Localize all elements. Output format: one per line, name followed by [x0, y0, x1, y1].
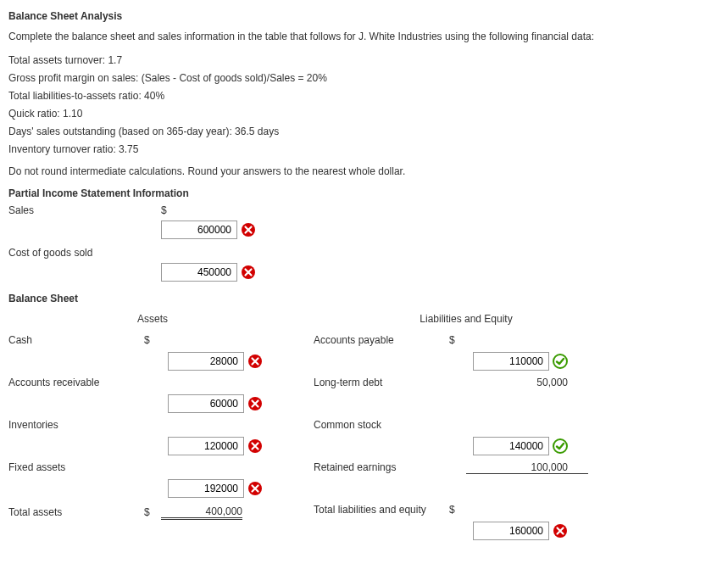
intro-text: Complete the balance sheet and sales inf…: [8, 29, 720, 44]
data-line: Quick ratio: 1.10: [8, 106, 720, 121]
data-line: Days' sales outstanding (based on 365-da…: [8, 124, 720, 139]
total-assets-label: Total assets: [8, 506, 144, 518]
rounding-note: Do not round intermediate calculations. …: [8, 164, 720, 179]
ltd-label: Long-term debt: [314, 377, 449, 388]
financial-data-list: Total assets turnover: 1.7 Gross profit …: [8, 53, 720, 157]
data-line: Inventory turnover ratio: 3.75: [8, 142, 720, 157]
ar-label: Accounts receivable: [8, 377, 144, 388]
incorrect-icon: [247, 481, 263, 496]
income-section-title: Partial Income Statement Information: [8, 187, 720, 199]
cs-label: Common stock: [314, 419, 449, 431]
correct-icon: [553, 354, 568, 369]
ar-input[interactable]: [168, 394, 244, 413]
dollar-sign: $: [449, 334, 466, 346]
re-value: 100,000: [466, 461, 588, 474]
incorrect-icon: [247, 438, 263, 454]
dollar-sign: $: [449, 504, 466, 516]
page-title: Balance Sheet Analysis: [8, 10, 720, 22]
ap-input[interactable]: [473, 352, 549, 371]
dollar-sign: $: [144, 334, 161, 346]
incorrect-icon: [247, 396, 263, 411]
total-liab-input[interactable]: [473, 522, 549, 540]
balance-sheet-title: Balance Sheet: [8, 293, 720, 304]
re-label: Retained earnings: [314, 461, 449, 473]
cogs-input[interactable]: [161, 263, 237, 282]
inventories-label: Inventories: [8, 419, 144, 431]
incorrect-icon: [241, 265, 256, 280]
cogs-label: Cost of goods sold: [8, 247, 161, 259]
cash-input[interactable]: [168, 352, 244, 371]
fixed-assets-input[interactable]: [168, 479, 244, 498]
cs-input[interactable]: [473, 437, 549, 455]
ltd-value: 50,000: [466, 377, 588, 388]
sales-input[interactable]: [161, 221, 237, 239]
data-line: Total assets turnover: 1.7: [8, 53, 720, 68]
correct-icon: [553, 438, 568, 454]
dollar-sign: $: [144, 506, 161, 518]
data-line: Total liabilities-to-assets ratio: 40%: [8, 88, 720, 103]
data-line: Gross profit margin on sales: (Sales - C…: [8, 70, 720, 86]
fixed-assets-label: Fixed assets: [8, 461, 144, 473]
total-assets-value: 400,000: [161, 505, 242, 520]
ap-label: Accounts payable: [314, 334, 449, 346]
assets-header: Assets: [8, 313, 297, 325]
inventories-input[interactable]: [168, 437, 244, 455]
cash-label: Cash: [8, 334, 144, 346]
incorrect-icon: [241, 222, 256, 237]
incorrect-icon: [247, 354, 263, 369]
incorrect-icon: [553, 523, 568, 539]
dollar-sign: $: [161, 204, 178, 216]
sales-label: Sales: [8, 204, 161, 216]
liabilities-header: Liabilities and Equity: [314, 313, 619, 325]
total-liab-label: Total liabilities and equity: [314, 504, 449, 516]
